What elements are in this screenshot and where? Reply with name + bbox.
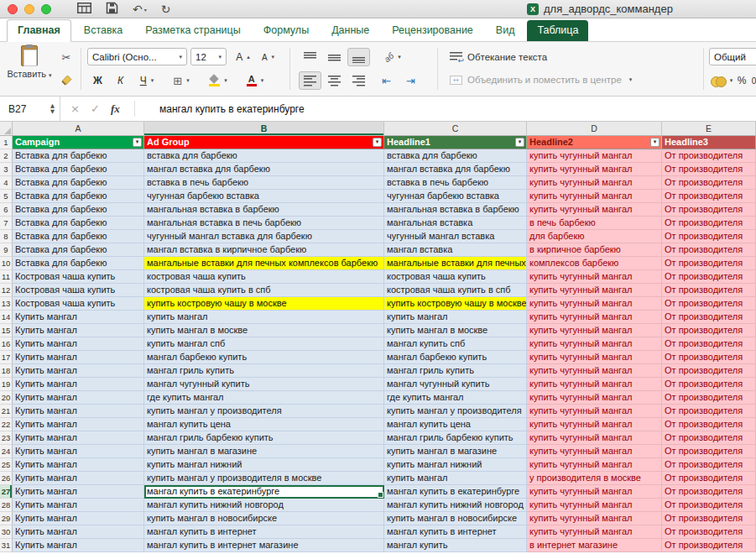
cell-B1[interactable]: Ad Group▾	[144, 136, 384, 149]
cell-E23[interactable]: От производителя	[662, 431, 756, 445]
row-header-13[interactable]: 13	[0, 297, 13, 311]
cell-E8[interactable]: От производителя	[662, 230, 756, 243]
cell-A27[interactable]: Купить мангал	[13, 485, 144, 499]
filter-button-C[interactable]: ▾	[515, 138, 524, 147]
cell-A11[interactable]: Костровая чаша купить	[13, 270, 144, 284]
cell-E22[interactable]: От производителя	[662, 418, 756, 431]
align-top-button[interactable]	[299, 48, 321, 66]
cell-E18[interactable]: От производителя	[662, 364, 756, 378]
cell-E3[interactable]: От производителя	[662, 163, 756, 176]
cell-A10[interactable]: Вставка для барбекю	[13, 257, 144, 270]
cell-B9[interactable]: мангал вставка в кирпичное барбекю	[144, 243, 384, 257]
cell-B21[interactable]: купить мангал у производителя	[144, 405, 384, 418]
cell-E11[interactable]: От производителя	[662, 270, 756, 284]
cell-A26[interactable]: Купить мангал	[13, 472, 144, 485]
tab-Таблица[interactable]: Таблица	[527, 20, 588, 41]
cell-D30[interactable]: купить чугунный мангал	[527, 525, 662, 539]
cell-C1[interactable]: Headline1▾	[384, 136, 527, 149]
cell-E7[interactable]: От производителя	[662, 217, 756, 230]
cell-C4[interactable]: вставка в печь барбекю	[384, 176, 527, 190]
underline-button[interactable]: Ч▾	[133, 71, 161, 90]
cell-B6[interactable]: мангальная вставка в барбекю	[144, 203, 384, 217]
cell-C13[interactable]: купить костровую чашу в москве	[384, 297, 527, 311]
cell-D8[interactable]: для барбекю	[527, 230, 662, 243]
cell-E27[interactable]: От производителя	[662, 485, 756, 499]
row-header-11[interactable]: 11	[0, 270, 13, 284]
cell-D20[interactable]: купить чугунный мангал	[527, 391, 662, 405]
tab-Вставка[interactable]: Вставка	[74, 20, 133, 41]
cell-D21[interactable]: купить чугунный мангал	[527, 405, 662, 418]
undo-button[interactable]: ↶▾	[133, 3, 147, 17]
cell-C19[interactable]: мангал чугунный купить	[384, 378, 527, 391]
row-header-19[interactable]: 19	[0, 378, 13, 391]
cell-E21[interactable]: От производителя	[662, 405, 756, 418]
filter-button-A[interactable]: ▾	[133, 138, 142, 147]
close-window-button[interactable]	[8, 4, 18, 14]
cell-C25[interactable]: купить мангал нижний	[384, 458, 527, 472]
align-center-button[interactable]	[323, 71, 346, 90]
cell-C12[interactable]: костровая чаша купить в спб	[384, 284, 527, 297]
increase-indent-button[interactable]: ⇥	[399, 71, 422, 90]
cell-C10[interactable]: мангальные вставки для печных	[384, 257, 527, 270]
cell-E10[interactable]: От производителя	[662, 257, 756, 270]
row-header-1[interactable]: 1	[0, 136, 13, 149]
cell-B11[interactable]: костровая чаша купить	[144, 270, 384, 284]
cell-B19[interactable]: мангал чугунный купить	[144, 378, 384, 391]
font-color-button[interactable]: А▾	[238, 71, 272, 90]
row-header-16[interactable]: 16	[0, 337, 13, 351]
row-header-5[interactable]: 5	[0, 190, 13, 203]
cell-B17[interactable]: мангал барбекю купить	[144, 351, 384, 364]
row-header-3[interactable]: 3	[0, 163, 13, 176]
cell-C16[interactable]: мангал купить спб	[384, 337, 527, 351]
cell-E31[interactable]: От производителя	[662, 539, 756, 552]
redo-icon[interactable]: ↻	[161, 3, 171, 16]
cell-D14[interactable]: купить чугунный мангал	[527, 311, 662, 324]
cell-E9[interactable]: От производителя	[662, 243, 756, 257]
cell-B15[interactable]: купить мангал в москве	[144, 324, 384, 337]
cell-C6[interactable]: мангальная вставка в барбекю	[384, 203, 527, 217]
cell-C29[interactable]: купить мангал в новосибирске	[384, 512, 527, 525]
cell-B30[interactable]: мангал купить в интернет	[144, 525, 384, 539]
cell-E16[interactable]: От производителя	[662, 337, 756, 351]
cell-C14[interactable]: купить мангал	[384, 311, 527, 324]
cell-B13[interactable]: купить костровую чашу в москве	[144, 297, 384, 311]
cell-A16[interactable]: Купить мангал	[13, 337, 144, 351]
cell-B31[interactable]: мангал купить в интернет магазине	[144, 539, 384, 552]
cell-E2[interactable]: От производителя	[662, 149, 756, 163]
column-header-B[interactable]: B	[144, 122, 384, 136]
paste-button[interactable]: Вставить▾	[5, 45, 54, 79]
cell-D28[interactable]: купить чугунный мангал	[527, 499, 662, 512]
cell-C11[interactable]: костровая чаша купить	[384, 270, 527, 284]
row-header-12[interactable]: 12	[0, 284, 13, 297]
decrease-indent-button[interactable]: ⇤	[375, 71, 398, 90]
cell-C18[interactable]: мангал гриль купить	[384, 364, 527, 378]
column-header-D[interactable]: D	[527, 122, 662, 136]
cell-C21[interactable]: купить мангал у производителя	[384, 405, 527, 418]
row-header-14[interactable]: 14	[0, 311, 13, 324]
cell-C5[interactable]: чугунная барбекю вставка	[384, 190, 527, 203]
filter-button-B[interactable]: ▾	[373, 138, 382, 147]
cell-E25[interactable]: От производителя	[662, 458, 756, 472]
italic-button[interactable]: К	[110, 71, 131, 90]
cell-C24[interactable]: купить мангал в магазине	[384, 445, 527, 458]
cell-A17[interactable]: Купить мангал	[13, 351, 144, 364]
column-header-C[interactable]: C	[384, 122, 527, 136]
font-size-select[interactable]: 12▾	[190, 48, 227, 65]
cell-D18[interactable]: купить чугунный мангал	[527, 364, 662, 378]
cell-E26[interactable]: От производителя	[662, 472, 756, 485]
cell-B22[interactable]: мангал купить цена	[144, 418, 384, 431]
cell-B7[interactable]: мангальная вставка в печь барбекю	[144, 217, 384, 230]
cell-C17[interactable]: мангал барбекю купить	[384, 351, 527, 364]
cell-C28[interactable]: мангал купить нижний новгород	[384, 499, 527, 512]
cell-C8[interactable]: чугунный мангал вставка	[384, 230, 527, 243]
cell-D10[interactable]: комплексов барбекю	[527, 257, 662, 270]
tab-Вид[interactable]: Вид	[486, 20, 525, 41]
cell-D12[interactable]: купить чугунный мангал	[527, 284, 662, 297]
cell-C15[interactable]: купить мангал в москве	[384, 324, 527, 337]
cell-C3[interactable]: мангал вставка для барбекю	[384, 163, 527, 176]
cell-B8[interactable]: чугунный мангал вставка для барбекю	[144, 230, 384, 243]
tab-Рецензирование[interactable]: Рецензирование	[382, 20, 483, 41]
text-orientation-button[interactable]: аб▾	[375, 48, 410, 66]
cell-A7[interactable]: Вставка для барбекю	[13, 217, 144, 230]
cell-E30[interactable]: От производителя	[662, 525, 756, 539]
